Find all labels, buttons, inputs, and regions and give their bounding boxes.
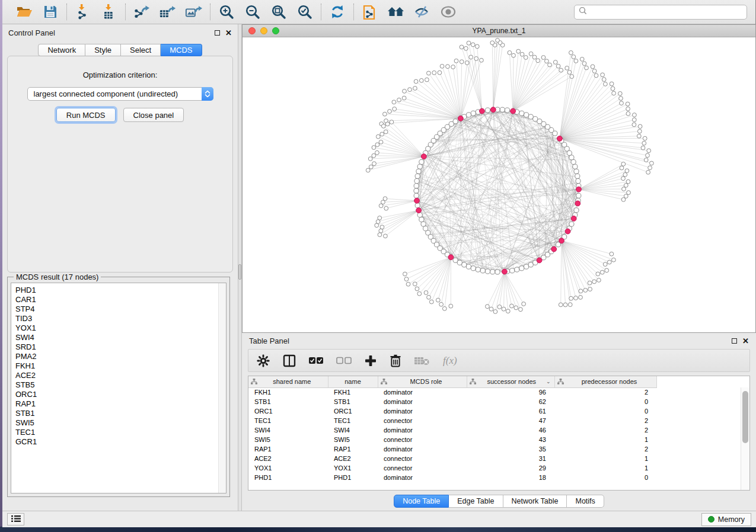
network-window-titlebar[interactable]: YPA_prune.txt_1 bbox=[243, 25, 755, 37]
add-row-icon[interactable] bbox=[365, 353, 377, 368]
mcds-result-item[interactable]: CAR1 bbox=[11, 295, 226, 305]
optimization-criterion-label: Optimization criterion: bbox=[8, 70, 232, 79]
table-row[interactable]: RAP1RAP1dominator352 bbox=[248, 444, 656, 454]
export-table-icon[interactable] bbox=[159, 3, 177, 21]
table-scrollbar[interactable] bbox=[741, 387, 749, 490]
tab-select[interactable]: Select bbox=[121, 44, 161, 56]
mcds-result-item[interactable]: SWI5 bbox=[11, 418, 226, 428]
mcds-result-item[interactable]: GCR1 bbox=[11, 437, 226, 447]
mcds-result-item[interactable]: FKH1 bbox=[11, 361, 226, 371]
cell-shared_name: TEC1 bbox=[248, 416, 328, 425]
cell-shared_name: FKH1 bbox=[248, 387, 328, 397]
mcds-result-list[interactable]: PHD1CAR1STP4TID3YOX1SWI4SRD1PMA2FKH1ACE2… bbox=[11, 283, 227, 493]
table-scrollbar-thumb[interactable] bbox=[742, 391, 748, 443]
table-row[interactable]: ACE2ACE2connector311 bbox=[248, 454, 656, 463]
search-box[interactable] bbox=[574, 5, 747, 20]
mcds-result-item[interactable]: STB1 bbox=[11, 409, 226, 418]
mcds-result-item[interactable]: RAP1 bbox=[11, 399, 226, 409]
mcds-result-item[interactable]: SRD1 bbox=[11, 342, 226, 352]
column-header-shared-name[interactable]: shared name bbox=[248, 376, 328, 387]
mcds-result-item[interactable]: STB5 bbox=[11, 380, 226, 390]
open-folder-icon[interactable] bbox=[15, 3, 33, 21]
float-panel-icon[interactable] bbox=[215, 30, 220, 36]
tab-mcds[interactable]: MCDS bbox=[161, 44, 202, 56]
home-networks-icon[interactable] bbox=[387, 3, 405, 21]
cell-predecessor_nodes: 1 bbox=[554, 463, 656, 473]
cell-mcds_role: dominator bbox=[378, 444, 467, 454]
table-row[interactable]: TEC1TEC1connector472 bbox=[248, 416, 656, 425]
mcds-result-item[interactable]: ORC1 bbox=[11, 390, 226, 399]
column-header-MCDS-role[interactable]: MCDS role bbox=[378, 376, 467, 387]
delete-row-icon[interactable] bbox=[390, 353, 401, 368]
table-row[interactable]: PHD1PHD1dominator180 bbox=[248, 473, 656, 482]
deselect-all-icon[interactable] bbox=[336, 353, 352, 368]
column-header-successor-nodes[interactable]: successor nodes⌄ bbox=[467, 376, 554, 387]
mcds-result-item[interactable]: PMA2 bbox=[11, 352, 226, 361]
mcds-result-item[interactable]: YOX1 bbox=[11, 323, 226, 333]
show-detail-icon[interactable] bbox=[439, 3, 457, 21]
table-close-panel-icon[interactable]: ✕ bbox=[742, 338, 749, 344]
cell-mcds_role: connector bbox=[378, 435, 467, 444]
mcds-result-item[interactable]: STP4 bbox=[11, 305, 226, 314]
tab-motifs[interactable]: Motifs bbox=[567, 495, 604, 508]
column-header-name[interactable]: name bbox=[328, 376, 378, 387]
optimization-criterion-dropdown[interactable]: largest connected component (undirected) bbox=[27, 87, 213, 101]
tab-network-table[interactable]: Network Table bbox=[503, 495, 567, 508]
zoom-selected-icon[interactable] bbox=[296, 3, 314, 21]
tab-edge-table[interactable]: Edge Table bbox=[449, 495, 503, 508]
refresh-icon[interactable] bbox=[328, 3, 346, 21]
splitter-handle[interactable] bbox=[238, 264, 241, 280]
table-float-panel-icon[interactable] bbox=[732, 338, 737, 344]
clipboard-network-icon[interactable] bbox=[361, 3, 379, 21]
table-row[interactable]: SWI4SWI4dominator462 bbox=[248, 425, 656, 435]
table-row[interactable]: STB1STB1dominator620 bbox=[248, 397, 656, 406]
network-canvas[interactable] bbox=[243, 37, 755, 332]
memory-button[interactable]: Memory bbox=[701, 513, 751, 526]
cell-mcds_role: connector bbox=[378, 463, 467, 473]
import-table-icon[interactable] bbox=[100, 3, 118, 21]
export-image-icon[interactable] bbox=[185, 3, 203, 21]
table-row[interactable]: FKH1FKH1dominator962 bbox=[248, 387, 656, 397]
mcds-result-item[interactable]: TEC1 bbox=[11, 428, 226, 437]
panel-splitter[interactable] bbox=[238, 24, 242, 511]
table-panel-title: Table Panel bbox=[249, 336, 289, 345]
export-network-icon[interactable] bbox=[133, 3, 151, 21]
window-close-icon[interactable] bbox=[248, 27, 256, 34]
tab-style[interactable]: Style bbox=[85, 44, 121, 56]
column-selector-icon[interactable] bbox=[283, 353, 296, 368]
sort-chevron-icon[interactable]: ⌄ bbox=[546, 379, 551, 384]
cell-successor_nodes: 46 bbox=[467, 425, 554, 435]
main-area: Control Panel ✕ NetworkStyleSelectMCDS O… bbox=[2, 24, 756, 511]
mcds-result-item[interactable]: ACE2 bbox=[11, 371, 226, 380]
cell-name: ORC1 bbox=[328, 406, 378, 416]
tab-network[interactable]: Network bbox=[38, 44, 85, 56]
zoom-in-icon[interactable] bbox=[218, 3, 235, 21]
table-row[interactable]: YOX1YOX1connector291 bbox=[248, 463, 656, 473]
settings-gear-icon[interactable] bbox=[257, 353, 270, 368]
cell-predecessor_nodes: 2 bbox=[554, 444, 656, 454]
close-panel-icon[interactable]: ✕ bbox=[225, 30, 232, 36]
search-input[interactable] bbox=[590, 8, 742, 16]
hide-detail-icon[interactable] bbox=[413, 3, 431, 21]
node-table-grid[interactable]: shared namenameMCDS rolesuccessor nodes⌄… bbox=[248, 376, 656, 482]
save-icon[interactable] bbox=[42, 3, 59, 21]
table-row[interactable]: ORC1ORC1dominator610 bbox=[248, 406, 656, 416]
import-network-icon[interactable] bbox=[74, 3, 92, 21]
window-minimize-icon[interactable] bbox=[260, 27, 267, 34]
tab-node-table[interactable]: Node Table bbox=[394, 495, 449, 508]
select-all-icon[interactable] bbox=[309, 353, 323, 368]
mcds-result-item[interactable]: SWI4 bbox=[11, 333, 226, 342]
task-history-button[interactable] bbox=[7, 513, 24, 525]
run-mcds-button[interactable]: Run MCDS bbox=[56, 108, 116, 122]
cell-shared_name: ACE2 bbox=[248, 454, 328, 463]
window-maximize-icon[interactable] bbox=[272, 27, 279, 34]
column-header-predecessor-nodes[interactable]: predecessor nodes bbox=[554, 376, 656, 387]
list-icon bbox=[11, 514, 21, 525]
zoom-fit-icon[interactable] bbox=[270, 3, 288, 21]
table-row[interactable]: SWI5SWI5connector431 bbox=[248, 435, 656, 444]
zoom-out-icon[interactable] bbox=[244, 3, 261, 21]
mcds-result-item[interactable]: PHD1 bbox=[11, 286, 226, 295]
close-panel-button[interactable]: Close panel bbox=[123, 108, 184, 122]
mcds-result-item[interactable]: TID3 bbox=[11, 314, 226, 323]
mcds-list-scrollbar[interactable] bbox=[218, 283, 226, 493]
